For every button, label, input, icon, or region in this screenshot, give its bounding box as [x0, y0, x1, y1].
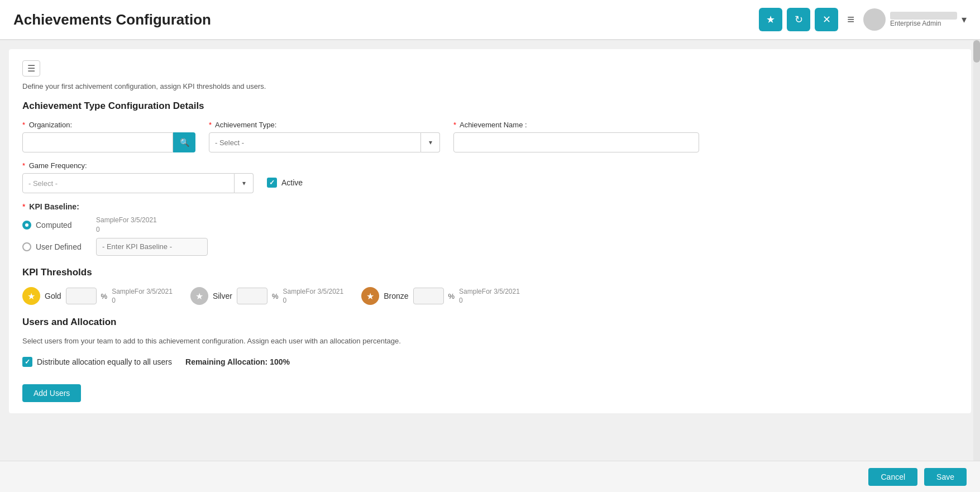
silver-pct: %	[272, 292, 279, 300]
list-view-button[interactable]: ☰	[22, 60, 40, 77]
bronze-sample: SampleFor 3/5/2021 0	[459, 287, 520, 306]
kpi-baseline-section: * KPI Baseline: Computed SampleFor 3/5/2…	[22, 202, 958, 256]
org-search-button[interactable]: 🔍	[173, 132, 195, 152]
users-allocation-title: Users and Allocation	[22, 317, 958, 328]
silver-input[interactable]	[237, 288, 267, 304]
add-users-button[interactable]: Add Users	[22, 384, 81, 402]
user-details: Enterprise Admin	[890, 12, 957, 27]
distribute-checkbox[interactable]	[22, 357, 32, 367]
game-frequency-dropdown-button[interactable]: ▾	[235, 173, 254, 193]
game-frequency-group: * Game Frequency: ▾	[22, 161, 254, 193]
section1-title: Achievement Type Configuration Details	[22, 101, 958, 112]
achievement-name-input[interactable]	[453, 132, 699, 152]
active-label: Active	[281, 178, 303, 187]
bronze-input[interactable]	[413, 288, 444, 304]
achievement-type-select-group: ▾	[209, 132, 440, 152]
game-frequency-select-group: ▾	[22, 173, 254, 193]
achievement-name-group: * Achievement Name :	[453, 121, 699, 152]
cancel-button[interactable]: Cancel	[868, 468, 917, 486]
menu-button[interactable]: ≡	[843, 12, 859, 27]
active-checkbox[interactable]	[267, 178, 277, 188]
user-defined-radio[interactable]	[22, 242, 31, 251]
close-icon: ✕	[823, 13, 831, 26]
scrollbar-thumb	[973, 40, 980, 63]
user-defined-label: User Defined	[36, 242, 92, 251]
user-dropdown-button[interactable]: ▾	[962, 13, 967, 26]
silver-sample: SampleFor 3/5/2021 0	[283, 287, 343, 306]
silver-medal-icon: ★	[190, 287, 208, 305]
user-role: Enterprise Admin	[890, 20, 957, 27]
org-label: * Organization:	[22, 121, 195, 129]
avatar	[863, 8, 886, 31]
star-icon: ★	[766, 13, 775, 26]
refresh-button[interactable]: ↻	[787, 8, 810, 31]
org-required: *	[22, 121, 25, 129]
game-frequency-required: *	[22, 161, 25, 170]
allocation-options-row: Distribute allocation equally to all use…	[22, 352, 958, 372]
main-content: ☰ Define your first achivement configura…	[0, 40, 980, 461]
remaining-label: Remaining Allocation:	[185, 357, 267, 366]
threshold-row: ★ Gold % SampleFor 3/5/2021 0 ★ Silver %…	[22, 287, 958, 306]
bronze-threshold-item: ★ Bronze % SampleFor 3/5/2021 0	[361, 287, 520, 306]
silver-threshold-item: ★ Silver % SampleFor 3/5/2021 0	[190, 287, 343, 306]
game-frequency-select[interactable]	[22, 173, 235, 193]
kpi-baseline-required: *	[22, 202, 25, 211]
gold-pct: %	[101, 292, 108, 300]
close-button[interactable]: ✕	[815, 8, 838, 31]
scrollbar[interactable]	[973, 40, 980, 461]
distribute-label: Distribute allocation equally to all use…	[37, 357, 172, 366]
active-checkbox-group: Active	[267, 173, 303, 193]
gold-threshold-item: ★ Gold % SampleFor 3/5/2021 0	[22, 287, 173, 306]
distribute-checkbox-group: Distribute allocation equally to all use…	[22, 352, 172, 372]
refresh-icon: ↻	[795, 13, 803, 26]
kpi-baseline-input[interactable]	[96, 238, 208, 256]
bronze-pct: %	[448, 292, 455, 300]
computed-label: Computed	[36, 221, 92, 230]
search-icon: 🔍	[180, 138, 189, 147]
menu-icon: ≡	[847, 12, 854, 26]
computed-radio[interactable]	[22, 221, 31, 230]
app-header: Achievements Configuration ★ ↻ ✕ ≡ Enter…	[0, 0, 980, 40]
kpi-thresholds-title: KPI Thresholds	[22, 267, 958, 278]
user-info: Enterprise Admin ▾	[863, 8, 967, 31]
user-name	[890, 12, 957, 20]
star-button[interactable]: ★	[759, 8, 782, 31]
footer: Cancel Save	[0, 461, 980, 492]
chevron-down-icon: ▾	[242, 179, 246, 187]
org-input-group: 🔍	[22, 132, 195, 152]
bronze-label: Bronze	[384, 292, 408, 300]
remaining-allocation: Remaining Allocation: 100%	[185, 357, 290, 366]
computed-radio-inner	[25, 223, 28, 227]
achievement-name-required: *	[453, 121, 456, 129]
gold-label: Gold	[45, 292, 61, 300]
achievement-type-label: * Achievement Type:	[209, 121, 440, 129]
chevron-down-icon: ▾	[962, 14, 967, 25]
gold-medal-icon: ★	[22, 287, 40, 305]
remaining-value: 100%	[270, 357, 290, 366]
header-actions: ★ ↻ ✕ ≡ Enterprise Admin ▾	[759, 8, 967, 31]
achievement-type-select[interactable]	[209, 132, 421, 152]
kpi-baseline-title: KPI Baseline:	[29, 202, 79, 211]
org-input[interactable]	[22, 132, 173, 152]
achievement-type-dropdown-button[interactable]: ▾	[421, 132, 440, 152]
form-row-1: * Organization: 🔍 * Achievement Type:	[22, 121, 958, 152]
computed-sample: SampleFor 3/5/2021 0	[96, 216, 157, 235]
org-group: * Organization: 🔍	[22, 121, 195, 152]
game-frequency-label: * Game Frequency:	[22, 161, 254, 170]
users-allocation-section: Users and Allocation Select users from y…	[22, 317, 958, 402]
page-subtitle: Define your first achivement configurati…	[22, 82, 958, 90]
users-allocation-subtitle: Select users from your team to add to th…	[22, 337, 958, 345]
form-row-2: * Game Frequency: ▾ Active	[22, 161, 958, 193]
gold-input[interactable]	[66, 288, 97, 304]
user-defined-radio-row: User Defined	[22, 238, 958, 256]
achievement-name-label: * Achievement Name :	[453, 121, 699, 129]
content-card: ☰ Define your first achivement configura…	[9, 49, 971, 413]
save-button[interactable]: Save	[924, 468, 967, 486]
achievement-type-required: *	[209, 121, 212, 129]
list-icon: ☰	[27, 64, 35, 73]
gold-sample: SampleFor 3/5/2021 0	[112, 287, 173, 306]
silver-label: Silver	[213, 292, 232, 300]
bronze-medal-icon: ★	[361, 287, 379, 305]
kpi-baseline-label-row: * KPI Baseline:	[22, 202, 958, 211]
chevron-down-icon: ▾	[429, 138, 432, 146]
